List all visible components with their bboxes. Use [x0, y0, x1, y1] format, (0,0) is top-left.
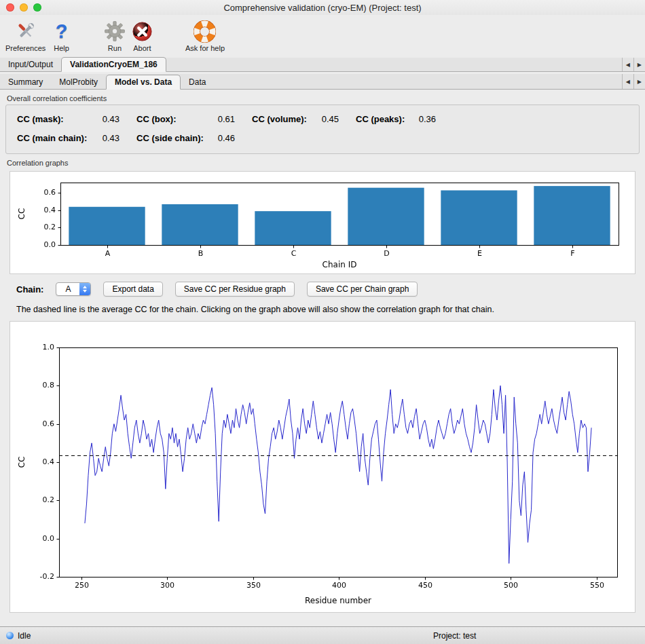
cc-side-chain-label: CC (side chain): — [136, 133, 204, 143]
zoom-button[interactable] — [33, 3, 41, 12]
popup-stepper-icon — [79, 283, 90, 295]
status-indicator-icon — [6, 632, 14, 639]
minimize-button[interactable] — [20, 3, 28, 12]
cc-box-label: CC (box): — [136, 114, 177, 124]
run-gear-icon — [105, 18, 125, 44]
cc-per-chain-chart-panel — [10, 171, 635, 274]
cc-main-chain-label: CC (main chain): — [17, 133, 87, 143]
cc-row-2: CC (main chain):0.43 CC (side chain):0.4… — [17, 133, 639, 143]
cc-mask-label: CC (mask): — [17, 114, 64, 124]
save-cc-per-chain-button[interactable]: Save CC per Chain graph — [307, 282, 418, 297]
secondary-tab-bar: Summary MolProbity Model vs. Data Data ◀… — [0, 74, 645, 90]
tab-summary[interactable]: Summary — [0, 75, 51, 89]
preferences-button[interactable]: Preferences — [5, 18, 45, 53]
chain-label: Chain: — [16, 284, 43, 295]
ask-for-help-label: Ask for help — [185, 44, 225, 53]
status-text: Idle — [18, 631, 31, 641]
lifesaver-icon — [194, 18, 216, 44]
run-button[interactable]: Run — [105, 18, 125, 53]
tab-data[interactable]: Data — [181, 75, 214, 89]
primary-tab-scroll: ◀ ▶ — [622, 58, 645, 71]
tab-validationcryoem-186[interactable]: ValidationCryoEM_186 — [61, 57, 166, 72]
tab-scroll-left-icon[interactable]: ◀ — [622, 58, 633, 71]
correlation-graphs-section-title: Correlation graphs — [7, 159, 645, 167]
cc-mask-value: 0.43 — [103, 114, 119, 124]
cc-peaks-label: CC (peaks): — [356, 114, 405, 124]
tab-input-output[interactable]: Input/Output — [0, 58, 61, 71]
help-label: Help — [54, 44, 69, 53]
chain-select-value: A — [56, 284, 79, 294]
cc-side-chain-pair: CC (side chain):0.46 — [136, 133, 235, 143]
cc-row-1: CC (mask):0.43 CC (box):0.61 CC (volume)… — [17, 114, 639, 124]
tab-model-vs-data[interactable]: Model vs. Data — [106, 75, 181, 90]
project-label: Project: test — [433, 631, 476, 641]
abort-x-icon — [132, 18, 153, 44]
cc-box-pair: CC (box):0.61 — [136, 114, 235, 124]
cc-box-value: 0.61 — [218, 114, 235, 124]
cc-per-chain-bar-chart[interactable] — [12, 173, 633, 272]
tab-scroll-right-icon[interactable]: ▶ — [633, 74, 645, 89]
close-button[interactable] — [6, 3, 14, 12]
chain-controls-row: Chain: A Export data Save CC per Residue… — [16, 282, 645, 297]
preferences-label: Preferences — [5, 44, 45, 53]
overall-cc-section-title: Overall correlation coefficients — [7, 94, 645, 102]
help-question-icon: ? — [56, 18, 68, 44]
cc-peaks-pair: CC (peaks):0.36 — [356, 114, 436, 124]
cc-main-chain-value: 0.43 — [103, 133, 119, 143]
cc-main-chain-pair: CC (main chain):0.43 — [17, 133, 119, 143]
cc-side-chain-value: 0.46 — [218, 133, 235, 143]
status-bar: Idle Project: test — [0, 626, 645, 644]
traffic-lights — [6, 3, 41, 12]
cc-per-residue-line-chart — [12, 323, 633, 611]
cc-per-residue-chart-panel — [10, 321, 635, 613]
window-title: Comprehensive validation (cryo-EM) (Proj… — [223, 3, 421, 13]
run-label: Run — [108, 44, 122, 53]
primary-tab-bar: Input/Output ValidationCryoEM_186 ◀ ▶ — [0, 58, 645, 72]
abort-button[interactable]: Abort — [132, 18, 153, 53]
secondary-tab-scroll: ◀ ▶ — [622, 74, 645, 89]
cc-volume-pair: CC (volume):0.45 — [252, 114, 339, 124]
ask-for-help-button[interactable]: Ask for help — [185, 18, 225, 53]
cc-peaks-value: 0.36 — [419, 114, 436, 124]
help-button[interactable]: ? Help — [54, 18, 69, 53]
abort-label: Abort — [133, 44, 151, 53]
cc-volume-label: CC (volume): — [252, 114, 307, 124]
chain-select[interactable]: A — [56, 282, 91, 296]
title-bar: Comprehensive validation (cryo-EM) (Proj… — [0, 0, 645, 15]
toolbar: Preferences ? Help Run — [0, 15, 645, 57]
save-cc-per-residue-button[interactable]: Save CC per Residue graph — [175, 282, 295, 297]
cc-volume-value: 0.45 — [322, 114, 339, 124]
tab-molprobity[interactable]: MolProbity — [51, 75, 106, 89]
overall-cc-groupbox: CC (mask):0.43 CC (box):0.61 CC (volume)… — [5, 105, 640, 154]
tab-scroll-right-icon[interactable]: ▶ — [633, 58, 645, 71]
tab-scroll-left-icon[interactable]: ◀ — [622, 74, 633, 89]
cc-mask-pair: CC (mask):0.43 — [17, 114, 119, 124]
export-data-button[interactable]: Export data — [103, 282, 162, 297]
dashed-line-help-text: The dashed line is the average CC for th… — [16, 305, 635, 314]
preferences-tools-icon — [14, 18, 38, 44]
